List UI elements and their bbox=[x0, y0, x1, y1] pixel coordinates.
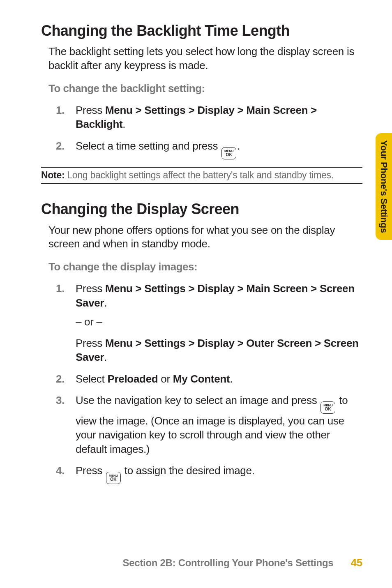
step-number: 4. bbox=[56, 463, 65, 477]
step-text: Select bbox=[76, 373, 107, 385]
step-text-end: . bbox=[230, 373, 233, 385]
note-block: Note: Long backlight settings affect the… bbox=[41, 167, 362, 184]
step-2: 2. Select Preloaded or My Content. bbox=[56, 372, 362, 386]
step-text: Press bbox=[76, 282, 105, 295]
steps-display-screen: 1. Press Menu > Settings > Display > Mai… bbox=[41, 281, 362, 484]
intro-display-screen: Your new phone offers options for what y… bbox=[41, 224, 362, 251]
note-text: Long backlight settings affect the batte… bbox=[65, 170, 334, 180]
menu-ok-icon: MENUOK bbox=[106, 472, 121, 484]
menu-path: Menu > Settings > Display > Main Screen … bbox=[76, 104, 317, 130]
step-text-end: to assign the desired image. bbox=[122, 464, 255, 477]
step-text-mid: or bbox=[158, 373, 173, 385]
steps-backlight: 1. Press Menu > Settings > Display > Mai… bbox=[41, 103, 362, 159]
step-4: 4. Press MENUOK to assign the desired im… bbox=[56, 463, 362, 484]
icon-line2: OK bbox=[325, 407, 331, 411]
menu-ok-icon: MENUOK bbox=[321, 401, 335, 414]
step-text-end: . bbox=[237, 140, 240, 152]
heading-display-screen: Changing the Display Screen bbox=[41, 201, 362, 217]
option-mycontent: My Content bbox=[173, 373, 230, 385]
page-footer: Section 2B: Controlling Your Phone's Set… bbox=[0, 556, 362, 569]
step-number: 2. bbox=[56, 139, 65, 153]
step-text: Select a time setting and press bbox=[76, 140, 221, 152]
step-text-end: . bbox=[104, 297, 107, 309]
footer-text: Section 2B: Controlling Your Phone's Set… bbox=[123, 557, 334, 568]
page-content: Changing the Backlight Time Length The b… bbox=[0, 0, 392, 588]
menu-path: Menu > Settings > Display > Main Screen … bbox=[76, 282, 355, 309]
step-1: 1. Press Menu > Settings > Display > Mai… bbox=[56, 281, 362, 364]
icon-line2: OK bbox=[226, 153, 232, 157]
alt-block: – or – Press Menu > Settings > Display >… bbox=[76, 315, 362, 364]
step-number: 2. bbox=[56, 372, 65, 386]
icon-line2: OK bbox=[110, 477, 116, 482]
step-2: 2. Select a time setting and press MENUO… bbox=[56, 139, 362, 159]
lead-backlight: To change the backlight setting: bbox=[41, 82, 362, 95]
step-text: Press bbox=[76, 337, 105, 349]
menu-ok-icon: MENUOK bbox=[221, 147, 236, 159]
step-text: Press bbox=[76, 104, 105, 116]
step-3: 3. Use the navigation key to select an i… bbox=[56, 393, 362, 456]
heading-backlight: Changing the Backlight Time Length bbox=[41, 22, 362, 39]
step-text: Press bbox=[76, 464, 105, 477]
step-text: Use the navigation key to select an imag… bbox=[76, 394, 320, 406]
step-text-end: . bbox=[122, 118, 125, 130]
step-text-end: . bbox=[104, 351, 107, 363]
intro-backlight: The backlight setting lets you select ho… bbox=[41, 45, 362, 72]
or-separator: – or – bbox=[76, 315, 362, 329]
menu-path: Menu > Settings > Display > Outer Screen… bbox=[76, 337, 359, 363]
step-1: 1. Press Menu > Settings > Display > Mai… bbox=[56, 103, 362, 131]
note-label: Note: bbox=[41, 170, 65, 180]
step-number: 1. bbox=[56, 281, 65, 295]
page-number: 45 bbox=[351, 556, 362, 569]
lead-display-screen: To change the display images: bbox=[41, 261, 362, 273]
step-number: 3. bbox=[56, 393, 65, 407]
step-number: 1. bbox=[56, 103, 65, 117]
alt-step-text: Press Menu > Settings > Display > Outer … bbox=[76, 336, 362, 364]
option-preloaded: Preloaded bbox=[107, 373, 158, 385]
